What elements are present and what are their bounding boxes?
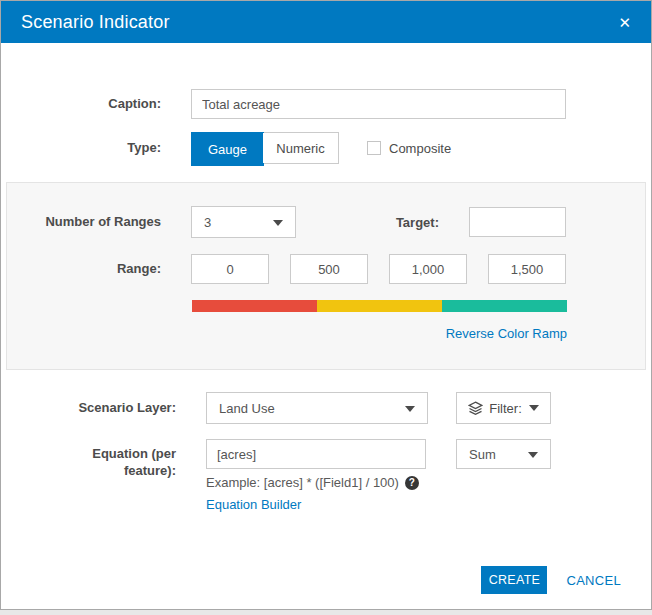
number-of-ranges-row: Number of Ranges 3 Target: [7, 206, 645, 238]
reverse-ramp-row: Reverse Color Ramp [192, 324, 567, 342]
range-input-1[interactable] [191, 254, 269, 284]
ramp-segment-red [192, 300, 317, 312]
equation-row: Equation (per feature): Example: [acres]… [1, 439, 651, 513]
close-icon[interactable]: ✕ [618, 15, 631, 30]
composite-group: Composite [367, 141, 451, 156]
modal-backdrop: Scenario Indicator ✕ Caption: Type: Gaug… [0, 0, 652, 615]
equation-column: Example: [acres] * ([Field1] / 100) ? Eq… [206, 439, 426, 513]
range-input-3[interactable] [389, 254, 467, 284]
scenario-layer-select[interactable]: Land Use [206, 392, 428, 424]
equation-input[interactable] [206, 439, 426, 469]
caption-label: Caption: [1, 96, 161, 113]
target-label: Target: [396, 215, 439, 230]
color-ramp [192, 300, 567, 312]
create-button[interactable]: CREATE [481, 566, 547, 594]
dialog-header: Scenario Indicator ✕ [1, 1, 651, 43]
scenario-layer-label: Scenario Layer: [1, 400, 176, 417]
dialog-title: Scenario Indicator [21, 12, 170, 33]
caption-row: Caption: [1, 89, 651, 119]
help-icon[interactable]: ? [405, 476, 419, 490]
composite-checkbox[interactable] [367, 141, 381, 155]
filter-label: Filter: [489, 401, 522, 416]
scenario-indicator-dialog: Scenario Indicator ✕ Caption: Type: Gaug… [0, 0, 652, 610]
number-of-ranges-select[interactable]: 3 [191, 206, 296, 238]
type-option-gauge[interactable]: Gauge [191, 132, 264, 166]
equation-label: Equation (per feature): [1, 439, 176, 480]
cancel-button[interactable]: CANCEL [566, 573, 621, 588]
caption-input[interactable] [191, 89, 566, 119]
range-input-4[interactable] [488, 254, 566, 284]
type-row: Type: Gauge Numeric Composite [1, 132, 651, 164]
equation-builder-row: Equation Builder [206, 495, 426, 513]
range-input-2[interactable] [290, 254, 368, 284]
chevron-down-icon [405, 406, 415, 412]
equation-example: Example: [acres] * ([Field1] / 100) ? [206, 475, 426, 490]
target-group: Target: [396, 207, 566, 237]
aggregation-select[interactable]: Sum [456, 439, 551, 469]
scenario-layer-row: Scenario Layer: Land Use Filter: [1, 392, 651, 424]
type-label: Type: [1, 140, 161, 157]
ramp-segment-yellow [317, 300, 442, 312]
composite-label: Composite [389, 141, 451, 156]
chevron-down-icon [528, 452, 538, 458]
range-row: Range: [7, 254, 645, 284]
reverse-color-ramp-link[interactable]: Reverse Color Ramp [446, 326, 567, 341]
filter-button[interactable]: Filter: [456, 392, 551, 424]
type-toggle: Gauge Numeric [191, 132, 339, 164]
ramp-segment-green [442, 300, 567, 312]
layers-icon [468, 401, 483, 416]
chevron-down-icon [273, 220, 283, 226]
range-label: Range: [7, 261, 161, 278]
chevron-down-icon [529, 405, 539, 411]
target-input[interactable] [469, 207, 566, 237]
ranges-section: Number of Ranges 3 Target: Range: [6, 182, 646, 370]
type-option-numeric[interactable]: Numeric [263, 133, 338, 163]
number-of-ranges-label: Number of Ranges [7, 214, 161, 231]
dialog-footer: CREATE CANCEL [481, 566, 621, 594]
equation-builder-link[interactable]: Equation Builder [206, 497, 301, 512]
